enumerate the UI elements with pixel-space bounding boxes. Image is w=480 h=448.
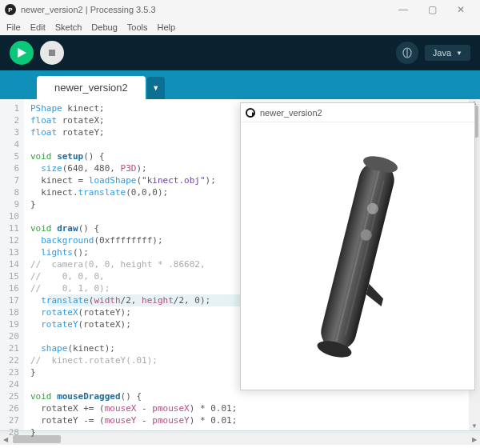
toolbar: Java ▼ [0,35,480,70]
line-number: 24 [0,378,19,390]
menu-debug[interactable]: Debug [86,21,122,34]
play-icon [17,48,26,58]
mode-selector[interactable]: Java ▼ [425,45,470,61]
code-line[interactable]: rotateX += (mouseX - pmouseX) * 0.01; [30,402,462,414]
maximize-button[interactable]: ▢ [418,2,446,18]
minimize-button[interactable]: — [389,2,418,18]
line-number: 17 [0,294,19,306]
line-number: 3 [0,126,19,138]
line-number: 11 [0,222,19,234]
line-number: 9 [0,198,19,210]
line-number: 19 [0,318,19,330]
debug-button[interactable] [396,42,418,64]
line-number: 12 [0,234,19,246]
line-number: 25 [0,390,19,402]
stop-button[interactable] [40,41,64,65]
menubar: File Edit Sketch Debug Tools Help [0,19,480,35]
titlebar: P newer_version2 | Processing 3.5.3 — ▢ … [0,0,480,19]
menu-help[interactable]: Help [152,21,180,34]
output-window[interactable]: newer_version2 [240,102,475,390]
line-number: 8 [0,186,19,198]
code-line[interactable]: void mouseDragged() { [30,390,462,402]
scroll-thumb[interactable] [13,435,61,443]
line-gutter: 1234567891011121314151617181920212223242… [0,99,24,430]
svg-marker-0 [18,48,26,58]
menu-tools[interactable]: Tools [122,21,153,34]
line-number: 16 [0,282,19,294]
scroll-down-icon[interactable]: ▼ [470,422,478,430]
mode-label: Java [433,48,451,58]
line-number: 1 [0,102,19,114]
line-number: 26 [0,402,19,414]
line-number: 21 [0,342,19,354]
scroll-right-icon[interactable]: ▶ [469,436,480,443]
code-line[interactable]: rotateY -= (mouseY - pmouseY) * 0.01; [30,414,462,426]
output-canvas [241,122,474,390]
line-number: 20 [0,330,19,342]
stop-icon [48,49,56,57]
tabbar: newer_version2 ▼ [0,70,480,99]
line-number: 23 [0,366,19,378]
chevron-down-icon: ▼ [456,50,462,57]
line-number: 14 [0,258,19,270]
line-number: 27 [0,414,19,426]
svg-rect-1 [49,50,55,56]
output-titlebar[interactable]: newer_version2 [241,103,474,122]
tab-sketch[interactable]: newer_version2 [37,76,146,99]
menu-edit[interactable]: Edit [26,21,50,34]
app-icon: P [5,4,16,15]
line-number: 5 [0,150,19,162]
window-title: newer_version2 | Processing 3.5.3 [21,5,389,14]
line-number: 22 [0,354,19,366]
line-number: 6 [0,162,19,174]
menu-sketch[interactable]: Sketch [50,21,87,34]
butterfly-icon [401,46,414,59]
run-button[interactable] [10,41,34,65]
chevron-down-icon: ▼ [152,84,159,92]
sketch-icon [246,108,255,118]
horizontal-scrollbar[interactable]: ◀ ▶ [0,434,480,445]
line-number: 18 [0,306,19,318]
line-number: 10 [0,210,19,222]
tab-menu-button[interactable]: ▼ [147,77,165,99]
output-title: newer_version2 [260,108,322,118]
line-number: 15 [0,270,19,282]
line-number: 4 [0,138,19,150]
close-button[interactable]: ✕ [446,2,475,18]
line-number: 2 [0,114,19,126]
line-number: 7 [0,174,19,186]
line-number: 13 [0,246,19,258]
kinect-shape [294,136,422,376]
menu-file[interactable]: File [2,21,26,34]
